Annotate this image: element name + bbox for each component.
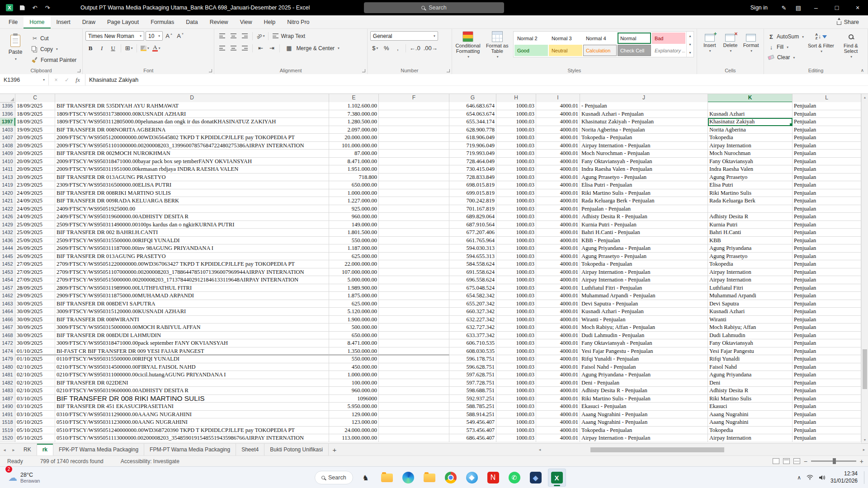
cell-l1396[interactable]: Penjualan <box>793 110 861 118</box>
cell-l1411[interactable]: Penjualan <box>793 165 861 174</box>
cell-j1395[interactable]: - Penjualan <box>580 102 708 110</box>
row-header-1483[interactable]: 1483 <box>0 387 15 395</box>
cell-h1462[interactable]: 1000.03 <box>496 292 536 300</box>
cell-k1410[interactable]: Fany Oktaviansyah <box>708 158 793 166</box>
ribbon-tab-data[interactable]: Data <box>180 15 203 28</box>
gallery-down-icon[interactable]: ▼ <box>687 40 693 49</box>
cell-l1453[interactable]: Penjualan <box>793 268 861 277</box>
cell-g1472[interactable]: 606.710.535 <box>449 339 496 347</box>
ribbon-tab-formulas[interactable]: Formulas <box>145 15 180 28</box>
cell-c1479[interactable]: 01/10/2025 <box>15 355 55 363</box>
cell-i1472[interactable]: 4000.01 <box>536 339 580 347</box>
cell-c1444[interactable]: 26/09/2025 <box>15 244 55 253</box>
cell-c1474[interactable]: 01/10/2025 <box>15 347 55 356</box>
cell-k1480[interactable]: Faisol Nahd <box>708 363 793 371</box>
cell-e1463[interactable]: 625.000.00 <box>329 300 379 308</box>
cell-d1407[interactable]: 2009/FTSCY/WS95051200000000.00WD36564580… <box>55 134 329 142</box>
cell-k1481[interactable]: Agung Priyandana <box>708 371 793 379</box>
cell-e1453[interactable]: 107.000.000.00 <box>329 268 379 277</box>
cell-f1420[interactable] <box>379 189 449 197</box>
cell-c1422[interactable]: 24/09/2025 <box>15 205 55 213</box>
cell-c1432[interactable]: 25/09/2025 <box>15 229 55 237</box>
cell-h1487[interactable]: 1000.03 <box>496 395 536 403</box>
ribbon-tab-page-layout[interactable]: Page Layout <box>101 15 145 28</box>
cell-l1491[interactable]: Penjualan <box>793 411 861 419</box>
cell-g1396[interactable]: 654.063.674 <box>449 110 496 118</box>
cell-h1467[interactable]: 1000.03 <box>496 324 536 332</box>
cell-l1468[interactable]: Penjualan <box>793 332 861 340</box>
cell-l1462[interactable]: Penjualan <box>793 292 861 300</box>
normal-view-icon[interactable] <box>773 458 779 464</box>
cell-k1436[interactable]: KBB <box>708 237 793 245</box>
cell-l1422[interactable]: Penjualan <box>793 205 861 213</box>
cell-e1445[interactable]: 625.000.00 <box>329 253 379 261</box>
cell-c1490[interactable]: 03/10/2025 <box>15 403 55 411</box>
column-header-e[interactable]: E <box>329 94 379 103</box>
clear-button[interactable]: Clear▾ <box>767 53 805 62</box>
cell-j1407[interactable]: Tokopedia - Penjualan <box>580 134 708 142</box>
cell-h1436[interactable]: 1000.03 <box>496 237 536 245</box>
cell-f1482[interactable] <box>379 379 449 387</box>
cell-e1480[interactable]: 450.000.00 <box>329 363 379 371</box>
cell-d1410[interactable]: 2009/FTSCY/WS950318471000.00bayar pack b… <box>55 158 329 166</box>
row-header-1457[interactable]: 1457 <box>0 284 15 292</box>
cell-e1454[interactable]: 5.000.000.00 <box>329 276 379 284</box>
cell-i1407[interactable]: 4000.01 <box>536 134 580 142</box>
name-box[interactable]: K1396▾ <box>0 74 49 85</box>
cell-c1454[interactable]: 27/09/2025 <box>15 276 55 284</box>
row-header-1491[interactable]: 1491 <box>0 411 15 419</box>
row-header-1454[interactable]: 1454 <box>0 276 15 284</box>
cell-e1464[interactable]: 5.120.000.00 <box>329 308 379 316</box>
cell-l1397[interactable]: Penjualan <box>793 118 861 126</box>
vertical-scroll-track[interactable] <box>862 101 868 436</box>
taskbar-app-photos-app[interactable] <box>463 469 481 487</box>
cell-c1480[interactable]: 02/10/2025 <box>15 363 55 371</box>
cancel-icon[interactable]: × <box>51 77 61 83</box>
column-header-f[interactable]: F <box>379 94 449 103</box>
cell-l1409[interactable]: Penjualan <box>793 150 861 158</box>
cell-k1403[interactable]: Norita Agberina <box>708 126 793 134</box>
cell-style-explanatory[interactable]: Explanatory ... <box>652 45 685 56</box>
cell-f1472[interactable] <box>379 339 449 347</box>
cell-j1396[interactable]: Kusnadi Azhari - Penjualan <box>580 110 708 118</box>
row-header-1520[interactable]: 1520 <box>0 434 15 442</box>
cut-button[interactable]: ✂Cut <box>32 34 76 42</box>
clipboard-dialog-launcher[interactable] <box>77 69 80 72</box>
cell-k1397[interactable]: Khasinatuz Zakiyah <box>708 118 793 126</box>
cell-i1519[interactable]: 4000.01 <box>536 427 580 435</box>
row-header-1464[interactable]: 1464 <box>0 308 15 316</box>
decrease-decimal-button[interactable]: .00→ <box>423 43 439 53</box>
cell-f1408[interactable] <box>379 142 449 150</box>
cell-h1429[interactable]: 1000.03 <box>496 221 536 229</box>
cell-k1454[interactable]: Airpay Internation <box>708 276 793 284</box>
undo-icon[interactable]: ↶ <box>29 2 41 14</box>
cell-d1411[interactable]: 2009/FTSCY/WS950311951000.00kemasan rbdj… <box>55 165 329 174</box>
cell-d1466[interactable]: BIF TRANSFER DR 008WIRANTI <box>55 316 329 324</box>
cell-h1474[interactable]: 1000.03 <box>496 347 536 356</box>
cell-k1396[interactable]: Kusnadi Azhari <box>708 110 793 118</box>
fill-button[interactable]: ↓Fill▾ <box>767 42 805 52</box>
cell-h1453[interactable]: 1000.03 <box>496 268 536 277</box>
cell-k1411[interactable]: Indra Raesha Valen <box>708 165 793 174</box>
share-button[interactable]: Share <box>837 15 859 28</box>
shrink-font-button[interactable]: A▼ <box>175 31 185 41</box>
cell-style-good[interactable]: Good <box>514 45 548 56</box>
cell-f1432[interactable] <box>379 229 449 237</box>
redo-icon[interactable]: ↷ <box>42 2 53 14</box>
align-left-button[interactable] <box>217 43 227 53</box>
column-header-l[interactable]: L <box>793 94 861 103</box>
cell-j1409[interactable]: Moch Nurochman - Penjualan <box>580 150 708 158</box>
cell-c1429[interactable]: 25/09/2025 <box>15 221 55 229</box>
row-header-1403[interactable]: 1403 <box>0 126 15 134</box>
cell-k1483[interactable]: Adhisty Desita R <box>708 387 793 395</box>
cell-h1479[interactable]: 1000.03 <box>496 355 536 363</box>
cell-c1481[interactable]: 02/10/2025 <box>15 371 55 379</box>
row-header-1420[interactable]: 1420 <box>0 189 15 197</box>
zoom-out-icon[interactable]: − <box>804 458 807 465</box>
row-header-1411[interactable]: 1411 <box>0 165 15 174</box>
titlebar-search[interactable]: Search <box>364 2 504 13</box>
collapse-ribbon-icon[interactable]: ∧ <box>861 68 864 73</box>
cell-i1397[interactable]: 4000.01 <box>536 118 580 126</box>
font-color-button[interactable]: A▾ <box>151 43 161 53</box>
cell-d1444[interactable]: 2609/FTSCY/WS950311187000.00inv 98AGUNG … <box>55 244 329 253</box>
